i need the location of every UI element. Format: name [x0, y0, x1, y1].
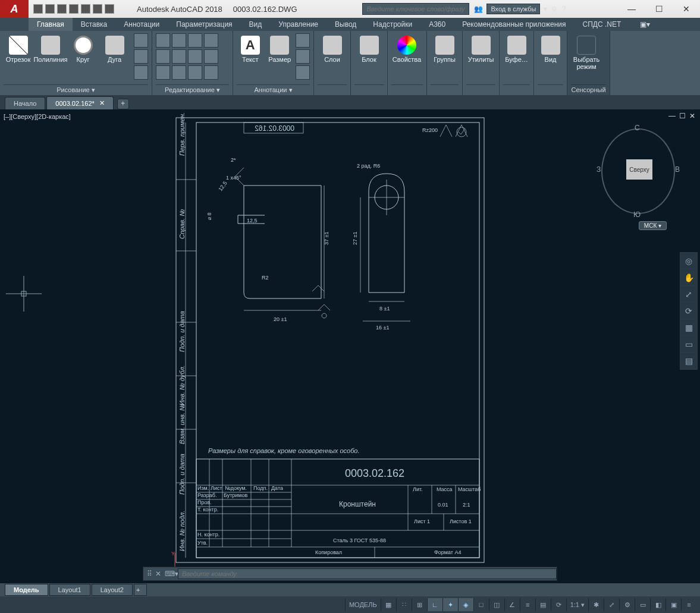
tab-manage[interactable]: Управление [270, 18, 327, 31]
stretch-icon[interactable] [156, 65, 170, 80]
nav-extra2-icon[interactable]: ▤ [680, 353, 697, 369]
filetab-open[interactable]: 0003.02.162*✕ [46, 96, 113, 109]
people-icon[interactable]: 👥 [474, 5, 483, 13]
tab-home[interactable]: Главная [29, 18, 73, 31]
fillet-icon[interactable] [188, 49, 202, 64]
offset-icon[interactable] [204, 65, 218, 80]
draw-extra-icon[interactable] [134, 65, 148, 80]
tab-spds[interactable]: СПДС .NET [575, 18, 630, 31]
close-button[interactable]: ✕ [673, 0, 700, 18]
status-scale[interactable]: 1:1 ▾ [566, 598, 588, 611]
draw-extra-icon[interactable] [134, 33, 148, 48]
text-button[interactable]: AТекст [237, 33, 264, 63]
copy-icon[interactable] [156, 49, 170, 64]
status-cycle-icon[interactable]: ⟳ [551, 598, 566, 611]
status-grid-icon[interactable]: ▦ [381, 598, 396, 611]
tab-dropdown-icon[interactable]: ▣▾ [632, 18, 658, 31]
status-osnap-icon[interactable]: □ [473, 598, 489, 611]
rotate-icon[interactable] [172, 33, 186, 48]
tab-model[interactable]: Модель [5, 584, 48, 596]
maximize-button[interactable]: ☐ [645, 0, 673, 18]
tab-output[interactable]: Вывод [327, 18, 365, 31]
status-hw-icon[interactable]: ◧ [650, 598, 666, 611]
vp-max-icon[interactable]: ☐ [679, 112, 686, 120]
nav-wheel-icon[interactable]: ◎ [680, 253, 697, 269]
polyline-button[interactable]: Полилиния [35, 33, 66, 63]
qat-open-icon[interactable] [45, 4, 55, 14]
qat-undo-icon[interactable] [93, 4, 102, 14]
qat-new-icon[interactable] [33, 4, 43, 14]
move-icon[interactable] [156, 33, 170, 48]
groups-button[interactable]: Группы [431, 33, 459, 63]
properties-button[interactable]: Свойства [391, 33, 422, 63]
leader-icon[interactable] [296, 33, 310, 48]
nav-pan-icon[interactable]: ✋ [680, 269, 697, 286]
status-annoscale-icon[interactable]: ⤢ [604, 598, 619, 611]
status-ortho-icon[interactable]: ∟ [427, 598, 442, 611]
tab-featured[interactable]: Рекомендованные приложения [454, 18, 574, 31]
tab-parametric[interactable]: Параметризация [168, 18, 240, 31]
panel-edit-title[interactable]: Редактирование ▾ [156, 84, 229, 95]
view-button[interactable]: Вид [538, 33, 563, 63]
table-icon[interactable] [296, 49, 310, 64]
tab-a360[interactable]: A360 [420, 18, 454, 31]
layers-button[interactable]: Слои [318, 33, 347, 63]
arc-button[interactable]: Дуга [100, 33, 129, 63]
tab-add-layout[interactable]: + [134, 584, 147, 596]
annot-extra-icon[interactable] [296, 65, 310, 80]
filetab-home[interactable]: Начало [5, 97, 45, 109]
qat-save-icon[interactable] [57, 4, 67, 14]
tab-addins[interactable]: Надстройки [365, 18, 420, 31]
status-3dosnap-icon[interactable]: ◫ [489, 598, 504, 611]
status-iso-icon[interactable]: ▣ [666, 598, 681, 611]
tab-view[interactable]: Вид [241, 18, 271, 31]
filetab-add[interactable]: + [117, 99, 129, 109]
vp-min-icon[interactable]: — [668, 112, 676, 120]
tab-layout2[interactable]: Layout2 [92, 584, 133, 596]
tab-insert[interactable]: Вставка [73, 18, 116, 31]
cmd-handle-icon[interactable]: ⠿ [143, 570, 155, 578]
cmd-recent-icon[interactable]: ⌨▾ [165, 570, 178, 578]
filetab-close-icon[interactable]: ✕ [99, 99, 105, 107]
trim-icon[interactable] [188, 33, 202, 48]
status-infer-icon[interactable]: ⊞ [412, 598, 427, 611]
block-button[interactable]: Блок [354, 33, 384, 63]
status-snap-icon[interactable]: ∷ [396, 598, 412, 611]
signin-button[interactable]: Вход в службы [486, 4, 540, 14]
minimize-button[interactable]: — [618, 0, 645, 18]
vp-close-icon[interactable]: ✕ [689, 112, 695, 120]
viewcube-e[interactable]: В [675, 165, 680, 174]
viewcube-s[interactable]: Ю [633, 210, 641, 219]
tab-layout1[interactable]: Layout1 [49, 584, 90, 596]
exchange-icon[interactable]: ⛭ [551, 5, 558, 13]
qat-redo-icon[interactable] [105, 4, 114, 14]
status-isoplane-icon[interactable]: ◈ [458, 598, 473, 611]
tab-annotate[interactable]: Аннотации [115, 18, 168, 31]
nav-orbit-icon[interactable]: ⟳ [680, 303, 697, 319]
viewcube-face[interactable]: Сверху [626, 159, 652, 180]
clipboard-button[interactable]: Буфе… [503, 33, 530, 63]
status-transp-icon[interactable]: ▤ [535, 598, 551, 611]
status-clean-icon[interactable]: ▭ [635, 598, 650, 611]
cart-icon[interactable]: ▾ [544, 5, 547, 13]
circle-button[interactable]: Круг [68, 33, 98, 63]
search-input[interactable] [362, 3, 469, 15]
mirror-icon[interactable] [172, 49, 186, 64]
qat-plot-icon[interactable] [81, 4, 90, 14]
viewport-label[interactable]: [–][Сверху][2D-каркас] [4, 113, 71, 120]
help-icon[interactable]: ? [561, 5, 566, 13]
app-logo[interactable]: A [0, 0, 29, 18]
panel-draw-title[interactable]: Рисование ▾ [4, 84, 148, 95]
dimension-button[interactable]: Размер [266, 33, 294, 63]
status-model[interactable]: МОДЕЛЬ [345, 598, 381, 611]
viewcube-w[interactable]: З [597, 165, 601, 174]
status-custom-icon[interactable]: ≡ [681, 598, 696, 611]
viewcube[interactable]: Сверху С Ю В З [597, 124, 680, 219]
status-polar-icon[interactable]: ✦ [442, 598, 458, 611]
touch-button[interactable]: Выбрать режим [571, 33, 602, 70]
erase-icon[interactable] [204, 33, 218, 48]
status-otrack-icon[interactable]: ∠ [504, 598, 520, 611]
nav-extra1-icon[interactable]: ▭ [680, 336, 697, 353]
draw-extra-icon[interactable] [134, 49, 148, 64]
nav-showmotion-icon[interactable]: ▦ [680, 319, 697, 336]
